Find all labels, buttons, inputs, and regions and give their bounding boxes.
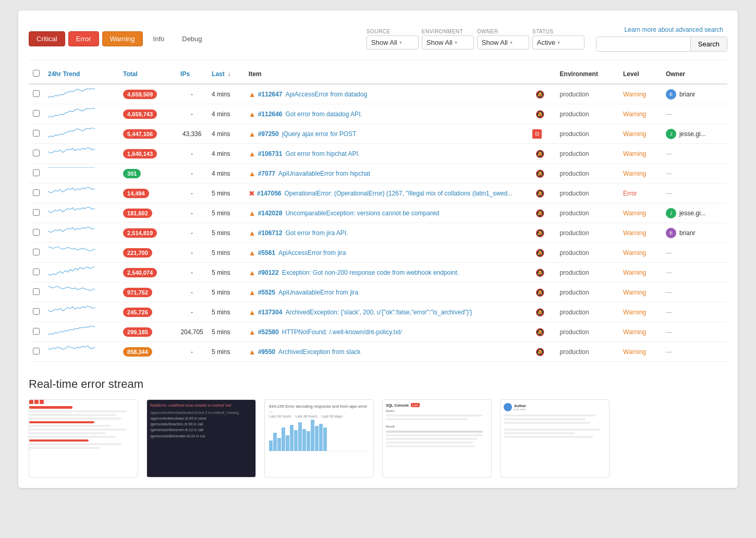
header-checkbox[interactable]: [29, 65, 44, 84]
item-link[interactable]: #90122 Exception: Got non-200 response c…: [258, 269, 459, 276]
item-link[interactable]: #5525 ApiUnavailableError from jira: [258, 289, 359, 296]
mute-icon[interactable]: 🔕: [535, 169, 544, 178]
item-cell[interactable]: ▲ #106731 Got error from hipchat API.: [245, 144, 528, 164]
row-checkbox[interactable]: [33, 328, 40, 335]
mute-icon[interactable]: 🔕: [535, 209, 544, 217]
action-cell[interactable]: 🔕: [528, 223, 556, 243]
row-checkbox[interactable]: [33, 268, 40, 275]
action-cell[interactable]: 🔕: [528, 302, 556, 322]
item-cell[interactable]: ▲ #52580 HTTPNotFound: /.well-known/dnt-…: [245, 322, 528, 342]
mute-icon[interactable]: 🔕: [535, 90, 544, 99]
item-cell[interactable]: ▲ #5561 ApiAccessError from jira: [245, 243, 528, 263]
realtime-thumb-3[interactable]: 834,156 Error decoding response text fro…: [264, 399, 374, 478]
action-cell[interactable]: ⊟: [528, 124, 556, 144]
row-checkbox[interactable]: [33, 90, 40, 97]
row-checkbox[interactable]: [33, 130, 40, 137]
item-cell[interactable]: ✖ #147056 OperationalError: (Operational…: [245, 184, 528, 203]
header-last[interactable]: Last ↓: [208, 65, 245, 84]
item-cell[interactable]: ▲ #112646 Got error from datadog API.: [245, 104, 528, 124]
environment-select[interactable]: Show All ▾: [422, 35, 474, 50]
action-cell[interactable]: 🔕: [528, 104, 556, 124]
advanced-search-link[interactable]: Learn more about advanced search: [625, 26, 723, 33]
last-cell: 5 mins: [208, 184, 245, 203]
item-cell[interactable]: ▲ #137304 ArchivedException: {'slack', 2…: [245, 302, 528, 322]
row-checkbox[interactable]: [33, 150, 40, 156]
item-link[interactable]: #106731 Got error from hipchat API.: [258, 150, 360, 157]
mute-icon[interactable]: 🔕: [535, 308, 544, 316]
action-cell[interactable]: 🔕: [528, 283, 556, 302]
item-id: #106712: [258, 229, 283, 237]
env-cell: production: [556, 164, 619, 184]
item-link[interactable]: #106712 Got error from jira API.: [258, 229, 348, 237]
item-cell[interactable]: ▲ #90122 Exception: Got non-200 response…: [245, 263, 528, 283]
item-link[interactable]: #147056 OperationalError: (OperationalEr…: [257, 190, 513, 197]
action-cell[interactable]: 🔕: [528, 184, 556, 203]
row-checkbox[interactable]: [33, 308, 40, 315]
item-cell[interactable]: ▲ #97250 jQuery ajax error for POST: [245, 124, 528, 144]
mute-icon[interactable]: 🔕: [535, 249, 544, 257]
item-cell[interactable]: ▲ #7077 ApiUnavailableError from hipchat: [245, 164, 528, 184]
item-id: #5561: [258, 249, 275, 256]
action-cell[interactable]: 🔕: [528, 84, 556, 104]
realtime-thumb-2[interactable]: RailsError: undefined local variable or …: [147, 399, 256, 478]
item-cell[interactable]: ▲ #9550 ArchivedException from slack: [245, 342, 528, 362]
source-select[interactable]: Show All ▾: [367, 35, 419, 50]
item-cell[interactable]: ▲ #5525 ApiUnavailableError from jira: [245, 283, 528, 302]
debug-filter-btn[interactable]: Debug: [175, 32, 209, 46]
action-cell[interactable]: 🔕: [528, 342, 556, 362]
item-cell[interactable]: ▲ #106712 Got error from jira API.: [245, 223, 528, 243]
row-checkbox[interactable]: [33, 229, 40, 236]
item-link[interactable]: #142028 UncomparableException: versions …: [258, 210, 440, 217]
row-checkbox-cell: [29, 243, 44, 263]
realtime-thumb-5[interactable]: Author just now: [500, 399, 609, 478]
item-link[interactable]: #5561 ApiAccessError from jira: [258, 249, 346, 256]
row-checkbox[interactable]: [33, 249, 40, 255]
mute-icon[interactable]: 🔕: [535, 150, 544, 158]
info-filter-btn[interactable]: Info: [146, 32, 172, 46]
mute-icon[interactable]: 🔕: [535, 268, 544, 277]
item-link[interactable]: #112647 ApiAccessError from datadog: [258, 91, 367, 98]
row-checkbox[interactable]: [33, 110, 40, 117]
mute-icon[interactable]: 🔕: [535, 189, 544, 198]
mute-icon[interactable]: 🔕: [535, 229, 544, 237]
row-checkbox[interactable]: [33, 348, 40, 354]
action-cell[interactable]: 🔕: [528, 164, 556, 184]
item-cell[interactable]: ▲ #142028 UncomparableException: version…: [245, 203, 528, 223]
item-link[interactable]: #137304 ArchivedException: {'slack', 200…: [258, 309, 472, 316]
error-action-icon[interactable]: ⊟: [532, 129, 542, 139]
realtime-thumb-4[interactable]: SQL Console Live Query Result: [382, 399, 492, 478]
mute-icon[interactable]: 🔕: [535, 348, 544, 356]
row-checkbox[interactable]: [33, 209, 40, 216]
search-button[interactable]: Search: [690, 37, 727, 51]
action-cell[interactable]: 🔕: [528, 263, 556, 283]
realtime-thumb-1[interactable]: [29, 399, 138, 478]
row-checkbox-cell: [29, 84, 44, 104]
avatar: J: [666, 208, 676, 218]
item-link[interactable]: #52580 HTTPNotFound: /.well-known/dnt-po…: [258, 328, 402, 336]
search-input[interactable]: [596, 37, 690, 51]
action-cell[interactable]: 🔕: [528, 322, 556, 342]
item-link[interactable]: #7077 ApiUnavailableError from hipchat: [258, 170, 370, 177]
owner-select[interactable]: Show All ▾: [477, 35, 529, 50]
header-total[interactable]: Total: [119, 65, 176, 84]
select-all-checkbox[interactable]: [33, 70, 40, 77]
warning-filter-btn[interactable]: Warning: [102, 31, 143, 46]
action-cell[interactable]: 🔕: [528, 144, 556, 164]
mute-icon[interactable]: 🔕: [535, 328, 544, 336]
item-cell[interactable]: ▲ #112647 ApiAccessError from datadog: [245, 84, 528, 104]
last-cell: 5 mins: [208, 243, 245, 263]
total-badge: 971,752: [123, 288, 152, 297]
mute-icon[interactable]: 🔕: [535, 110, 544, 118]
error-filter-btn[interactable]: Error: [68, 31, 99, 46]
item-link[interactable]: #112646 Got error from datadog API.: [258, 111, 362, 118]
critical-filter-btn[interactable]: Critical: [29, 31, 65, 46]
action-cell[interactable]: 🔕: [528, 243, 556, 263]
item-link[interactable]: #97250 jQuery ajax error for POST: [258, 130, 357, 138]
mute-icon[interactable]: 🔕: [535, 288, 544, 297]
row-checkbox[interactable]: [33, 169, 40, 176]
row-checkbox[interactable]: [33, 288, 40, 295]
status-select[interactable]: Active ▾: [532, 35, 584, 50]
action-cell[interactable]: 🔕: [528, 203, 556, 223]
row-checkbox[interactable]: [33, 189, 40, 196]
item-link[interactable]: #9550 ArchivedException from slack: [258, 348, 361, 356]
